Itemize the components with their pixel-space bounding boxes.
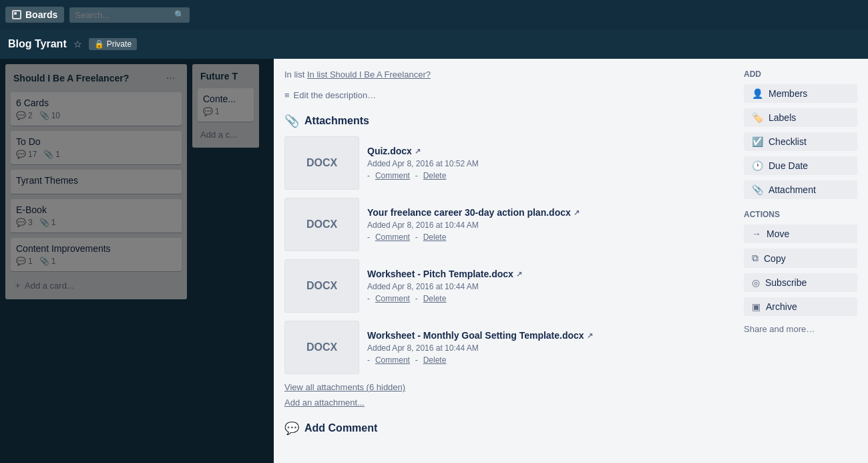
in-list-label: In list In list Should I Be A Freelancer… <box>284 69 733 80</box>
comment-section-icon: 💬 <box>284 421 299 436</box>
archive-button[interactable]: ▣ Archive <box>744 297 857 316</box>
modal-main: In list In list Should I Be A Freelancer… <box>284 69 733 452</box>
due-date-icon: 🕐 <box>752 160 763 171</box>
attachments-section-header: 📎 Attachments <box>284 114 733 128</box>
search-wrapper: 🔍 <box>69 7 190 23</box>
delete-link[interactable]: Delete <box>423 355 447 365</box>
attachment-button[interactable]: 📎 Attachment <box>744 180 857 199</box>
due-date-button[interactable]: 🕐 Due Date <box>744 156 857 175</box>
attachment-actions: - Comment - Delete <box>367 354 733 365</box>
delete-link[interactable]: Delete <box>423 294 447 303</box>
attachment-name: Worksheet - Monthly Goal Setting Templat… <box>367 330 733 341</box>
move-icon: → <box>752 228 761 239</box>
attachment-icon: 📎 <box>752 184 763 195</box>
checklist-icon: ☑️ <box>752 136 763 147</box>
attachment-section-icon: 📎 <box>284 114 299 128</box>
card-modal: In list In list Should I Be A Freelancer… <box>274 59 868 463</box>
add-attachment-link[interactable]: Add an attachment... <box>284 398 733 408</box>
attachment-name: Quiz.docx ↗ <box>367 146 733 156</box>
add-comment-header: 💬 Add Comment <box>284 421 733 436</box>
delete-link[interactable]: Delete <box>423 233 447 242</box>
attachment-info: Worksheet - Pitch Template.docx ↗ Added … <box>367 269 733 303</box>
attachment-date: Added Apr 8, 2016 at 10:44 AM <box>367 282 733 291</box>
list-item: DOCX Quiz.docx ↗ Added Apr 8, 2016 at 10… <box>284 136 733 190</box>
external-link-icon: ↗ <box>574 208 580 217</box>
board-icon <box>12 10 21 19</box>
view-all-attachments-link[interactable]: View all attachments (6 hidden) <box>284 382 733 392</box>
docx-thumbnail: DOCX <box>284 259 359 313</box>
archive-icon: ▣ <box>752 301 761 312</box>
attachment-date: Added Apr 8, 2016 at 10:44 AM <box>367 220 733 230</box>
board-title: Blog Tyrant <box>8 38 67 50</box>
star-icon[interactable]: ☆ <box>73 39 82 49</box>
board-area: Should I Be A Freelancer? ··· 6 Cards 💬 … <box>0 59 868 463</box>
boards-button[interactable]: Boards <box>5 7 64 23</box>
move-button[interactable]: → Move <box>744 224 857 243</box>
attachment-actions: - Comment - Delete <box>367 231 733 242</box>
attachment-info: Quiz.docx ↗ Added Apr 8, 2016 at 10:52 A… <box>367 146 733 180</box>
subscribe-icon: ◎ <box>752 277 760 288</box>
search-input[interactable] <box>69 7 190 23</box>
attachment-actions: - Comment - Delete <box>367 293 733 303</box>
attachment-actions: - Comment - Delete <box>367 170 733 180</box>
list-item: DOCX Worksheet - Monthly Goal Setting Te… <box>284 321 733 374</box>
attachment-date: Added Apr 8, 2016 at 10:52 AM <box>367 159 733 168</box>
docx-thumbnail: DOCX <box>284 321 359 374</box>
list-item: DOCX Worksheet - Pitch Template.docx ↗ A… <box>284 259 733 313</box>
attachment-date: Added Apr 8, 2016 at 10:44 AM <box>367 343 733 353</box>
labels-button[interactable]: 🏷️ Labels <box>744 108 857 127</box>
external-link-icon: ↗ <box>516 270 522 279</box>
attachment-info: Your freelance career 30-day action plan… <box>367 207 733 242</box>
in-list-link[interactable]: In list Should I Be A Freelancer? <box>307 69 431 80</box>
search-icon: 🔍 <box>174 10 184 19</box>
description-icon: ≡ <box>284 90 290 100</box>
share-more-link[interactable]: Share and more… <box>744 321 857 337</box>
members-icon: 👤 <box>752 88 763 99</box>
actions-section-title: Actions <box>744 210 857 219</box>
lock-icon: 🔒 <box>94 39 104 49</box>
docx-thumbnail: DOCX <box>284 136 359 190</box>
top-navigation: Boards 🔍 <box>0 0 868 29</box>
attachment-name: Worksheet - Pitch Template.docx ↗ <box>367 269 733 279</box>
checklist-button[interactable]: ☑️ Checklist <box>744 132 857 151</box>
edit-description-link[interactable]: ≡ Edit the description… <box>284 88 733 103</box>
comment-link[interactable]: Comment <box>375 233 410 242</box>
add-comment-section: 💬 Add Comment <box>284 421 733 436</box>
delete-link[interactable]: Delete <box>423 171 447 180</box>
list-item: DOCX Your freelance career 30-day action… <box>284 198 733 251</box>
members-button[interactable]: 👤 Members <box>744 84 857 103</box>
comment-link[interactable]: Comment <box>375 355 410 365</box>
docx-thumbnail: DOCX <box>284 198 359 251</box>
attachment-name: Your freelance career 30-day action plan… <box>367 207 733 218</box>
comment-link[interactable]: Comment <box>375 294 410 303</box>
add-section-title: Add <box>744 69 857 79</box>
copy-button[interactable]: ⧉ Copy <box>744 249 857 268</box>
add-comment-title: Add Comment <box>304 422 377 434</box>
board-header: Blog Tyrant ☆ 🔒 Private <box>0 29 868 59</box>
comment-link[interactable]: Comment <box>375 171 410 180</box>
external-link-icon: ↗ <box>587 331 593 340</box>
subscribe-button[interactable]: ◎ Subscribe <box>744 273 857 292</box>
external-link-icon: ↗ <box>415 147 421 156</box>
copy-icon: ⧉ <box>752 253 758 264</box>
visibility-badge: 🔒 Private <box>89 38 137 50</box>
modal-sidebar: Add 👤 Members 🏷️ Labels ☑️ Checklist 🕐 D… <box>744 69 857 452</box>
attachment-info: Worksheet - Monthly Goal Setting Templat… <box>367 330 733 365</box>
labels-icon: 🏷️ <box>752 112 763 123</box>
attachments-title: Attachments <box>304 115 369 127</box>
